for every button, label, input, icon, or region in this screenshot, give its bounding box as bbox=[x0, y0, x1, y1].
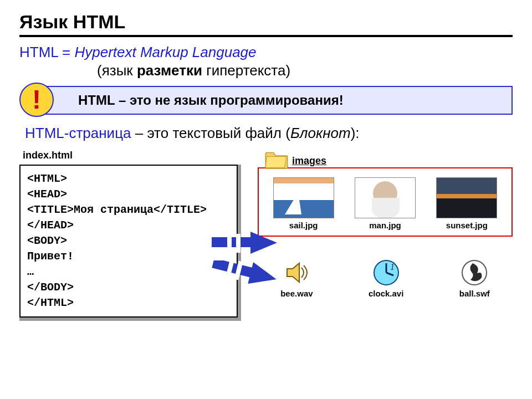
svg-rect-7 bbox=[236, 234, 241, 253]
folder-label: images bbox=[292, 155, 326, 167]
sail-image bbox=[273, 177, 334, 218]
media-clock: 1 clock.avi bbox=[369, 259, 403, 298]
media-ball: ball.swf bbox=[459, 259, 490, 298]
sunset-image bbox=[436, 177, 497, 218]
definition-line-1: HTML = Hypertext Markup Language bbox=[19, 44, 513, 61]
definition-line-2: (язык разметки гипертекста) bbox=[19, 62, 513, 79]
media-row: bee.wav 1 clock.avi ball.swf bbox=[258, 259, 513, 298]
ball-label: ball.swf bbox=[459, 289, 490, 298]
svg-marker-5 bbox=[212, 232, 277, 254]
man-label: man.jpg bbox=[355, 221, 416, 230]
svg-marker-8 bbox=[212, 260, 278, 285]
clock-icon: 1 bbox=[372, 259, 400, 287]
thumb-sail: sail.jpg bbox=[273, 177, 334, 230]
alert-box: HTML – это не язык программирования! bbox=[33, 86, 513, 115]
page-title: Язык HTML bbox=[19, 11, 513, 33]
man-image bbox=[355, 177, 416, 218]
code-block-shadow: <HTML> <HEAD> <TITLE>Моя страница</TITLE… bbox=[19, 165, 241, 321]
thumb-man: man.jpg bbox=[355, 177, 416, 230]
arrow-to-media bbox=[212, 260, 278, 285]
sunset-label: sunset.jpg bbox=[436, 221, 497, 230]
svg-rect-6 bbox=[227, 234, 232, 253]
exclamation-icon: ! bbox=[19, 83, 54, 117]
thumb-sunset: sunset.jpg bbox=[436, 177, 497, 230]
defn-prefix: HTML = bbox=[19, 44, 74, 60]
alert-container: ! HTML – это не язык программирования! bbox=[19, 86, 513, 115]
flash-icon bbox=[461, 259, 488, 287]
bee-label: bee.wav bbox=[280, 289, 313, 298]
page-description: HTML-страница – это текстовый файл (Блок… bbox=[25, 125, 513, 142]
media-bee: bee.wav bbox=[280, 259, 313, 298]
page-desc-mid: – это текстовый файл ( bbox=[131, 125, 290, 141]
alert-text: HTML – это не язык программирования! bbox=[78, 93, 344, 108]
speaker-icon bbox=[283, 259, 310, 287]
assets-column: images sail.jpg man.jpg sunset.jpg bee.w… bbox=[258, 150, 513, 298]
clock-label: clock.avi bbox=[369, 289, 403, 298]
code-block: <HTML> <HEAD> <TITLE>Моя страница</TITLE… bbox=[19, 165, 238, 318]
page-desc-end: ): bbox=[351, 125, 360, 141]
defn-expansion: Hypertext Markup Language bbox=[74, 44, 256, 60]
defn-trans-close: гипертекста) bbox=[202, 62, 290, 79]
code-column: index.html <HTML> <HEAD> <TITLE>Моя стра… bbox=[19, 150, 241, 321]
title-rule bbox=[19, 35, 513, 37]
folder-header: images bbox=[264, 150, 513, 172]
arrow-to-images bbox=[212, 232, 278, 256]
images-box: sail.jpg man.jpg sunset.jpg bbox=[258, 167, 513, 237]
file-label: index.html bbox=[23, 150, 241, 161]
sail-label: sail.jpg bbox=[273, 221, 334, 230]
defn-trans-bold: разметки bbox=[137, 62, 202, 79]
page-desc-italic: Блокнот bbox=[290, 125, 351, 141]
folder-icon bbox=[264, 150, 289, 172]
svg-text:1: 1 bbox=[390, 262, 395, 272]
defn-trans-open: (язык bbox=[97, 62, 137, 79]
page-desc-highlight: HTML-страница bbox=[25, 125, 131, 141]
